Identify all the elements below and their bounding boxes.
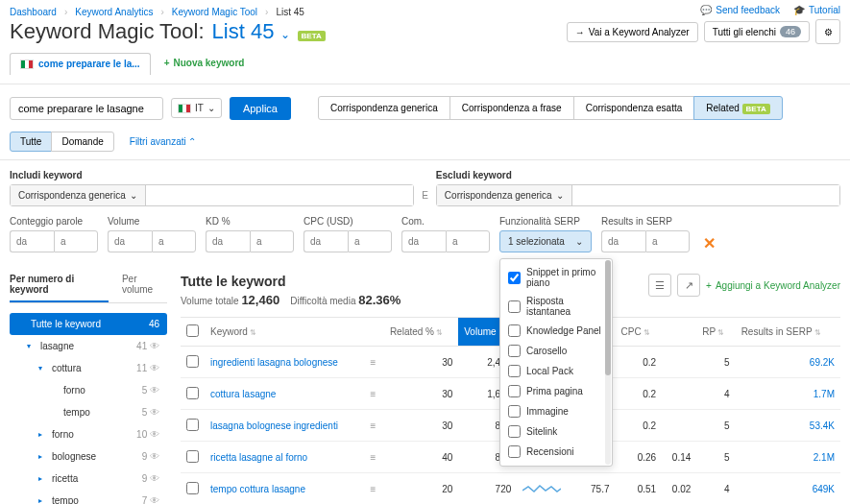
serp-feature-option[interactable]: Recensioni [500, 442, 612, 462]
group-all-keywords[interactable]: Tutte le keyword46 [10, 313, 167, 335]
row-menu-icon[interactable]: ≡ [370, 357, 376, 368]
advanced-filters-toggle[interactable]: Filtri avanzati ⌃ [130, 136, 197, 147]
include-match-select[interactable]: Corrispondenza generica ⌄ [11, 185, 146, 205]
results-from[interactable] [601, 230, 645, 252]
keyword-link[interactable]: tempo cottura lasagne [210, 484, 305, 494]
serp-feature-option[interactable]: Local Pack [500, 361, 612, 381]
words-from[interactable] [10, 230, 54, 252]
results-link[interactable]: 2.1M [814, 452, 835, 463]
all-lists-button[interactable]: Tutti gli elenchi 46 [704, 21, 810, 42]
eye-icon[interactable]: 👁 [150, 385, 159, 396]
group-item[interactable]: ▸forno10 👁 [10, 423, 167, 445]
group-item[interactable]: forno5 👁 [10, 379, 167, 401]
send-feedback-link[interactable]: 💬Send feedback [700, 5, 780, 15]
database-select[interactable]: IT⌄ [171, 98, 222, 118]
row-checkbox[interactable] [186, 482, 199, 494]
results-link[interactable]: 53.4K [810, 420, 835, 431]
option-checkbox[interactable] [508, 445, 521, 458]
serp-feature-option[interactable]: Immagine [500, 401, 612, 421]
kd-to[interactable] [250, 230, 294, 252]
row-menu-icon[interactable]: ≡ [370, 484, 376, 494]
keyword-link[interactable]: lasagna bolognese ingredienti [210, 420, 338, 431]
tab-all[interactable]: Tutte [10, 132, 52, 152]
group-item[interactable]: tempo5 👁 [10, 401, 167, 423]
results-link[interactable]: 1.7M [814, 389, 835, 399]
serp-feature-option[interactable]: Prima pagina [500, 381, 612, 401]
volume-from[interactable] [108, 230, 152, 252]
tab-questions[interactable]: Domande [51, 132, 113, 152]
list-name-dropdown[interactable]: List 45 ⌄ [212, 19, 290, 44]
group-item[interactable]: ▾lasagne41 👁 [10, 335, 167, 357]
clear-filters-button[interactable]: ✕ [699, 234, 719, 252]
group-item[interactable]: ▸ricetta9 👁 [10, 468, 167, 490]
include-input[interactable] [146, 185, 413, 205]
new-keyword-button[interactable]: Nuova keyword [164, 58, 245, 68]
row-checkbox[interactable] [186, 355, 199, 368]
eye-icon[interactable]: 👁 [150, 495, 159, 504]
keyword-link[interactable]: ricetta lasagne al forno [210, 452, 307, 463]
serp-feature-option[interactable]: Snippet in primo piano [500, 263, 612, 292]
option-checkbox[interactable] [508, 324, 521, 337]
option-checkbox[interactable] [508, 300, 521, 313]
row-menu-icon[interactable]: ≡ [370, 452, 376, 463]
keyword-tab[interactable]: come preparare le la... [10, 53, 151, 75]
goto-analyzer-button[interactable]: → Vai a Keyword Analyzer [567, 22, 698, 42]
left-tab-by-number[interactable]: Per numero di keyword [10, 274, 109, 302]
match-broad-button[interactable]: Corrispondenza generica [318, 96, 450, 120]
option-checkbox[interactable] [508, 345, 521, 357]
cpc-from[interactable] [304, 230, 348, 252]
cpc-to[interactable] [348, 230, 392, 252]
option-checkbox[interactable] [508, 365, 521, 377]
group-item[interactable]: ▾cottura11 👁 [10, 357, 167, 379]
keyword-input[interactable] [10, 97, 163, 120]
exclude-match-select[interactable]: Corrispondenza generica ⌄ [437, 185, 572, 205]
settings-button[interactable]: ⚙ [815, 19, 840, 44]
keyword-link[interactable]: cottura lasagne [210, 389, 276, 399]
row-checkbox[interactable] [186, 450, 199, 463]
crumb-tool[interactable]: Keyword Magic Tool [172, 7, 257, 17]
left-tab-by-volume[interactable]: Per volume [122, 274, 167, 302]
eye-icon[interactable]: 👁 [150, 451, 159, 462]
com-to[interactable] [446, 230, 490, 252]
match-exact-button[interactable]: Corrispondenza esatta [573, 96, 695, 120]
col-related[interactable]: Related % [384, 318, 458, 347]
apply-button[interactable]: Applica [230, 97, 291, 120]
eye-icon[interactable]: 👁 [150, 363, 159, 373]
option-checkbox[interactable] [508, 405, 521, 418]
columns-button[interactable]: ☰ [648, 274, 671, 297]
row-menu-icon[interactable]: ≡ [370, 389, 376, 399]
eye-icon[interactable]: 👁 [150, 429, 159, 440]
results-to[interactable] [645, 230, 690, 252]
kd-from[interactable] [206, 230, 250, 252]
match-phrase-button[interactable]: Corrispondenza a frase [449, 96, 574, 120]
crumb-dashboard[interactable]: Dashboard [10, 7, 57, 17]
group-item[interactable]: ▸bolognese9 👁 [10, 445, 167, 468]
results-link[interactable]: 649K [813, 484, 835, 494]
col-keyword[interactable]: Keyword [205, 318, 364, 347]
group-item[interactable]: ▸tempo7 👁 [10, 490, 167, 504]
serp-features-select[interactable]: 1 selezionata⌄ [499, 230, 592, 252]
option-checkbox[interactable] [508, 425, 521, 438]
serp-feature-option[interactable]: Risposta istantanea [500, 292, 612, 321]
words-to[interactable] [54, 230, 98, 252]
eye-icon[interactable]: 👁 [150, 407, 159, 418]
results-link[interactable]: 69.2K [810, 357, 835, 368]
select-all-checkbox[interactable] [186, 324, 199, 337]
volume-to[interactable] [152, 230, 196, 252]
row-menu-icon[interactable]: ≡ [370, 420, 376, 431]
serp-feature-option[interactable]: Sitelink [500, 421, 612, 442]
col-serp[interactable]: RP [696, 318, 735, 347]
match-related-button[interactable]: Related BETA [693, 96, 782, 120]
export-button[interactable]: ↗ [677, 274, 700, 297]
keyword-link[interactable]: ingredienti lasagna bolognese [210, 357, 338, 368]
eye-icon[interactable]: 👁 [150, 473, 159, 484]
serp-feature-option[interactable]: Carosello [500, 341, 612, 361]
crumb-analytics[interactable]: Keyword Analytics [75, 7, 153, 17]
col-results[interactable]: Results in SERP [736, 318, 840, 347]
col-cpc[interactable]: CPC [616, 318, 663, 347]
exclude-input[interactable] [572, 185, 839, 205]
option-checkbox[interactable] [508, 272, 521, 284]
com-from[interactable] [401, 230, 446, 252]
add-to-analyzer-button[interactable]: Aggiungi a Keyword Analyzer [706, 274, 840, 297]
tutorial-link[interactable]: 🎓Tutorial [793, 5, 840, 15]
